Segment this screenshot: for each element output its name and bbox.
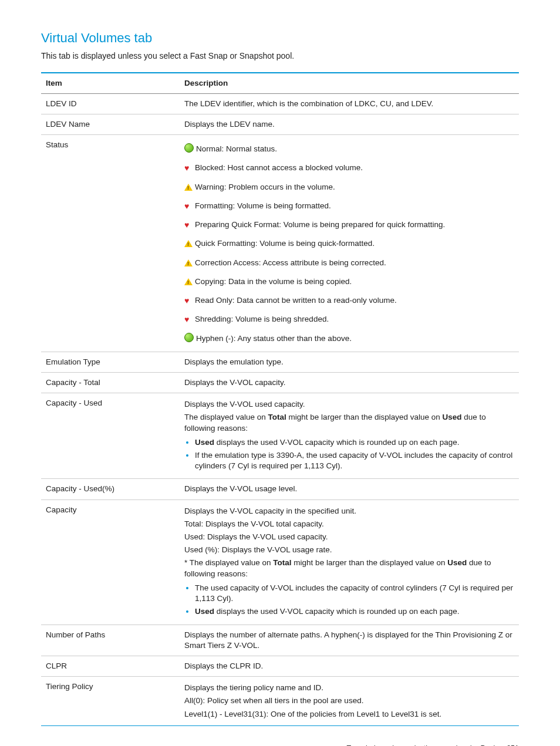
cell-item: CLPR — [41, 656, 180, 677]
cell-item: Capacity - Used — [41, 393, 180, 479]
preparing-icon — [184, 220, 193, 228]
status-text: Quick Formatting: Volume is being quick-… — [195, 239, 375, 248]
cell-desc: Displays the CLPR ID. — [180, 656, 519, 677]
cell-desc: Displays the V-VOL used capacity. The di… — [180, 393, 519, 479]
status-text: Hyphen (-): Any status other than the ab… — [196, 334, 352, 343]
table-row: Number of Paths Displays the number of a… — [41, 625, 519, 656]
table-row: Status Normal: Normal status. Blocked: H… — [41, 135, 519, 352]
page-footer: Top window when selecting a pool under P… — [41, 744, 519, 746]
cell-item: Capacity - Total — [41, 372, 180, 393]
status-text: Correction Access: Access attribute is b… — [195, 258, 386, 267]
cell-item: Capacity - Used(%) — [41, 479, 180, 499]
cell-item: Status — [41, 135, 180, 352]
cell-desc: Displays the emulation type. — [180, 352, 519, 372]
cell-item: LDEV ID — [41, 93, 180, 114]
status-text: Read Only: Data cannot be written to a r… — [195, 296, 397, 305]
warning-icon — [184, 184, 193, 191]
header-description: Description — [180, 73, 519, 94]
cell-desc: Displays the V-VOL usage level. — [180, 479, 519, 499]
status-text: Shredding: Volume is being shredded. — [195, 315, 329, 323]
text-line: The displayed value on Total might be la… — [184, 412, 514, 433]
readonly-icon — [184, 296, 193, 304]
table-row: Emulation Type Displays the emulation ty… — [41, 352, 519, 372]
formatting-icon — [184, 201, 193, 210]
text-line: Total: Displays the V-VOL total capacity… — [184, 519, 514, 529]
bullet-list: The used capacity of V-VOL includes the … — [184, 583, 514, 617]
section-lead: This tab is displayed unless you select … — [41, 50, 519, 62]
text-line: Used: Displays the V-VOL used capacity. — [184, 532, 514, 542]
cell-item: Capacity — [41, 499, 180, 625]
text-line: Displays the V-VOL capacity in the speci… — [184, 506, 514, 517]
cell-desc: The LDEV identifier, which is the combin… — [180, 93, 519, 114]
cell-desc: Displays the LDEV name. — [180, 114, 519, 135]
table-row: Capacity Displays the V-VOL capacity in … — [41, 499, 519, 625]
cell-item: Tiering Policy — [41, 677, 180, 726]
table-row: Tiering Policy Displays the tiering poli… — [41, 677, 519, 726]
hyphen-icon — [184, 333, 194, 342]
text-line: Displays the V-VOL used capacity. — [184, 399, 514, 410]
text-line: Level1(1) - Level31(31): One of the poli… — [184, 709, 514, 720]
spec-table: Item Description LDEV ID The LDEV identi… — [41, 72, 519, 726]
list-item: If the emulation type is 3390-A, the use… — [195, 450, 514, 471]
text-line: Used (%): Displays the V-VOL usage rate. — [184, 545, 514, 555]
shredding-icon — [184, 315, 193, 323]
table-row: LDEV Name Displays the LDEV name. — [41, 114, 519, 135]
normal-icon — [184, 143, 194, 153]
cell-item: LDEV Name — [41, 114, 180, 135]
cell-item: Emulation Type — [41, 352, 180, 372]
status-text: Copying: Data in the volume is being cop… — [195, 277, 352, 286]
status-text: Warning: Problem occurs in the volume. — [195, 183, 335, 191]
list-item: The used capacity of V-VOL includes the … — [195, 583, 514, 604]
table-row: Capacity - Used(%) Displays the V-VOL us… — [41, 479, 519, 499]
list-item: Used displays the used V-VOL capacity wh… — [195, 437, 514, 448]
bullet-list: Used displays the used V-VOL capacity wh… — [184, 437, 514, 472]
status-text: Blocked: Host cannot access a blocked vo… — [195, 163, 363, 172]
status-text: Normal: Normal status. — [196, 144, 277, 153]
copying-icon — [184, 278, 193, 285]
header-item: Item — [41, 73, 180, 94]
cell-item: Number of Paths — [41, 625, 180, 656]
correction-icon — [184, 259, 193, 266]
quick-formatting-icon — [184, 240, 193, 247]
cell-desc: Displays the number of alternate paths. … — [180, 625, 519, 656]
table-row: Capacity - Used Displays the V-VOL used … — [41, 393, 519, 479]
status-text: Formatting: Volume is being formatted. — [195, 201, 331, 210]
table-row: Capacity - Total Displays the V-VOL capa… — [41, 372, 519, 393]
table-row: LDEV ID The LDEV identifier, which is th… — [41, 93, 519, 114]
text-line: Displays the tiering policy name and ID. — [184, 683, 514, 693]
text-line: All(0): Policy set when all tiers in the… — [184, 696, 514, 706]
status-text: Preparing Quick Format: Volume is being … — [195, 220, 445, 229]
text-line: * The displayed value on Total might be … — [184, 558, 514, 579]
blocked-icon — [184, 163, 193, 171]
cell-desc: Normal: Normal status. Blocked: Host can… — [180, 135, 519, 352]
cell-desc: Displays the V-VOL capacity. — [180, 372, 519, 393]
cell-desc: Displays the V-VOL capacity in the speci… — [180, 499, 519, 625]
cell-desc: Displays the tiering policy name and ID.… — [180, 677, 519, 726]
list-item: Used displays the used V-VOL capacity wh… — [195, 606, 514, 617]
section-heading: Virtual Volumes tab — [41, 29, 519, 47]
table-row: CLPR Displays the CLPR ID. — [41, 656, 519, 677]
